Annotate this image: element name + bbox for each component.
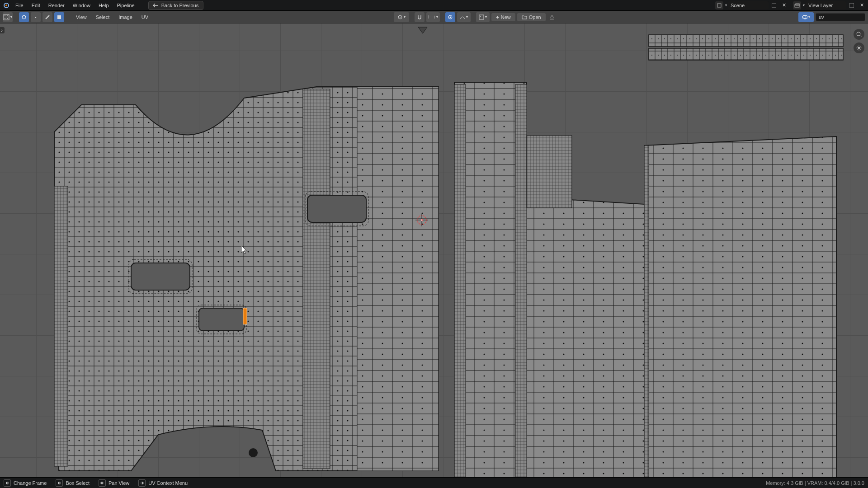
back-label: Back to Previous xyxy=(161,3,199,8)
menu-edit[interactable]: Edit xyxy=(28,1,44,9)
svg-rect-2 xyxy=(717,4,721,7)
svg-point-15 xyxy=(400,17,401,18)
pan-gizmo-icon[interactable] xyxy=(854,42,864,53)
mouse-left-icon: ◐ xyxy=(56,479,63,487)
uv-menu-uv[interactable]: UV xyxy=(138,13,152,21)
svg-line-12 xyxy=(46,15,49,19)
menu-help[interactable]: Help xyxy=(95,1,113,9)
svg-rect-13 xyxy=(57,15,61,19)
svg-rect-7 xyxy=(4,14,9,20)
new-label: New xyxy=(501,14,511,20)
viewlayer-new-icon[interactable] xyxy=(847,1,856,10)
svg-point-52 xyxy=(857,32,860,36)
chevron-down-icon: ▾ xyxy=(10,15,12,19)
uv-grid xyxy=(0,23,868,477)
proportional-icon xyxy=(448,14,453,20)
pin-icon xyxy=(549,14,555,20)
svg-point-8 xyxy=(5,15,5,16)
image-filter-input[interactable] xyxy=(816,13,865,21)
pin-button[interactable] xyxy=(547,13,557,22)
snap-toggle-button[interactable] xyxy=(415,12,425,22)
status-bar: ◐ Change Frame ◐ Box Select ◉ Pan View ◑… xyxy=(0,477,868,488)
scene-new-icon[interactable] xyxy=(769,1,778,10)
menu-pipeline[interactable]: Pipeline xyxy=(113,1,138,9)
expand-toolbar-handle[interactable]: › xyxy=(0,27,5,33)
mouse-middle-icon: ◉ xyxy=(99,479,106,487)
top-menubar: File Edit Render Window Help Pipeline Ba… xyxy=(0,0,868,11)
chevron-down-icon: ▾ xyxy=(803,3,805,7)
falloff-dropdown[interactable]: ▾ xyxy=(457,12,471,22)
select-mode-face-button[interactable] xyxy=(54,12,64,22)
menu-window[interactable]: Window xyxy=(69,1,94,9)
chevron-down-icon: ▾ xyxy=(485,15,487,19)
svg-point-16 xyxy=(448,15,452,19)
scene-icon xyxy=(715,1,723,9)
scene-name-input[interactable] xyxy=(728,1,769,9)
viewlayer-selector[interactable]: ▾ ✕ xyxy=(793,1,866,10)
statusbar-system-stats: Memory: 4.3 GiB | VRAM: 0.4/4.0 GiB | 3.… xyxy=(766,480,864,486)
image-icon xyxy=(479,14,484,20)
svg-point-14 xyxy=(398,15,402,19)
chevron-down-icon: ▾ xyxy=(725,3,727,7)
uv-sync-selection-button[interactable] xyxy=(19,12,29,22)
pivot-icon xyxy=(397,14,403,20)
blender-logo-icon[interactable] xyxy=(2,1,11,10)
svg-point-21 xyxy=(804,15,807,19)
zoom-gizmo-icon[interactable] xyxy=(854,29,864,40)
open-image-button[interactable]: Open xyxy=(517,13,546,21)
back-arrow-icon xyxy=(153,3,159,8)
statusbar-context-menu: ◑ UV Context Menu xyxy=(138,479,188,487)
snap-mode-dropdown[interactable]: ⊢⊣▾ xyxy=(426,12,440,22)
magnet-icon xyxy=(417,14,422,20)
back-to-previous-button[interactable]: Back to Previous xyxy=(148,1,204,10)
pivot-dropdown[interactable]: ▾ xyxy=(394,12,409,22)
chevron-down-icon: ▾ xyxy=(436,15,438,19)
proportional-edit-button[interactable] xyxy=(445,12,455,22)
scene-selector[interactable]: ▾ ✕ xyxy=(715,1,788,10)
svg-rect-3 xyxy=(772,3,776,8)
viewlayer-close-icon[interactable]: ✕ xyxy=(857,1,866,10)
new-image-button[interactable]: +New xyxy=(491,13,515,21)
uv-menu-view[interactable]: View xyxy=(72,13,90,21)
svg-rect-5 xyxy=(796,4,799,5)
image-dropdown[interactable]: ▾ xyxy=(476,12,490,22)
open-label: Open xyxy=(529,14,541,20)
svg-point-1 xyxy=(5,5,7,6)
uv-viewport[interactable]: › xyxy=(0,23,868,477)
svg-rect-4 xyxy=(795,5,799,7)
statusbar-change-frame: ◐ Change Frame xyxy=(4,479,47,487)
chevron-down-icon: ▾ xyxy=(808,15,810,19)
svg-point-20 xyxy=(802,15,806,19)
uv-menu-select[interactable]: Select xyxy=(92,13,113,21)
viewlayer-icon xyxy=(793,1,801,9)
editor-type-dropdown[interactable]: ▾ xyxy=(3,12,13,22)
chevron-down-icon: ▾ xyxy=(404,15,406,19)
overlay-icon xyxy=(802,14,807,20)
menu-render[interactable]: Render xyxy=(45,1,68,9)
chevron-down-icon: ▾ xyxy=(466,15,468,19)
svg-rect-6 xyxy=(849,3,854,8)
scene-close-icon[interactable]: ✕ xyxy=(779,1,788,10)
svg-point-54 xyxy=(858,47,860,49)
svg-point-17 xyxy=(450,16,451,18)
select-mode-vertex-button[interactable]: ▪ xyxy=(31,12,41,22)
svg-rect-18 xyxy=(479,15,484,19)
statusbar-box-select: ◐ Box Select xyxy=(56,479,90,487)
svg-point-11 xyxy=(7,18,8,19)
falloff-icon xyxy=(460,14,465,20)
mouse-right-icon: ◑ xyxy=(138,479,146,487)
uv-editor-header: ▾ ▪ View Select Image UV ▾ ⊢⊣▾ ▾ ▾ +New … xyxy=(0,11,868,23)
select-mode-edge-button[interactable] xyxy=(42,12,52,22)
folder-icon xyxy=(522,14,527,20)
viewport-nav-gizmos xyxy=(854,29,864,53)
uv-menu-image[interactable]: Image xyxy=(115,13,136,21)
svg-line-53 xyxy=(860,35,862,37)
display-channels-dropdown[interactable]: ▾ xyxy=(798,12,814,22)
uv-editor-icon xyxy=(3,14,9,20)
menu-file[interactable]: File xyxy=(12,1,27,9)
svg-point-0 xyxy=(4,3,9,8)
statusbar-pan-view: ◉ Pan View xyxy=(99,479,129,487)
viewlayer-name-input[interactable] xyxy=(806,1,846,9)
mouse-left-icon: ◐ xyxy=(4,479,11,487)
svg-point-10 xyxy=(5,18,5,19)
